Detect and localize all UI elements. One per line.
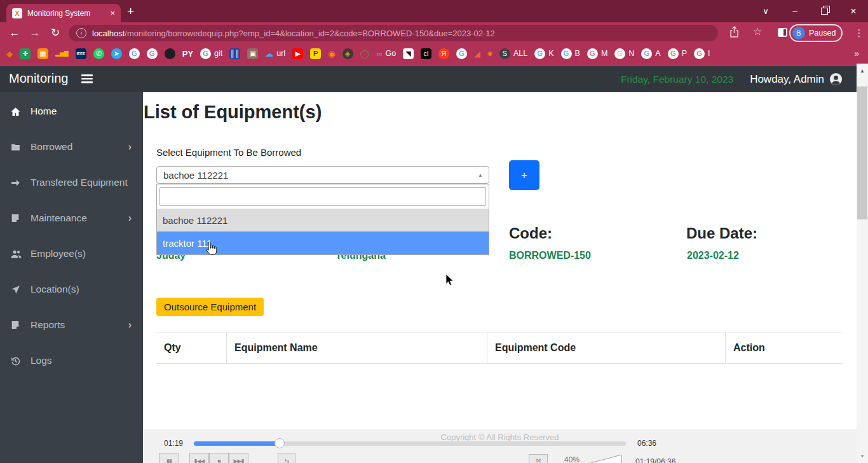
bookmark-item[interactable]: ▣ <box>247 48 258 59</box>
bookmark-item[interactable]: ◉ <box>487 48 492 59</box>
subtitles-button[interactable]: txt <box>529 454 548 463</box>
sidebar-item-location-s[interactable]: Location(s) <box>0 272 143 307</box>
share-icon[interactable] <box>729 25 740 42</box>
bookmark-item[interactable]: ◈ <box>342 48 353 59</box>
bookmark-item[interactable]: ◢ <box>474 48 480 59</box>
app-brand[interactable]: Monitoring <box>9 71 68 86</box>
progress-thumb[interactable] <box>275 438 285 448</box>
bookmarks-overflow-icon[interactable]: » <box>849 43 859 64</box>
sidebar-item-reports[interactable]: Reports› <box>0 307 143 343</box>
bookmark-item[interactable]: G <box>456 48 467 59</box>
player-total-time: 06:36 <box>637 439 656 448</box>
scroll-down-icon[interactable]: ▼ <box>857 453 868 459</box>
sidebar-item-label: Employee(s) <box>31 248 86 259</box>
bookmark-item[interactable] <box>165 48 175 59</box>
bookmark-item[interactable]: ∞Go <box>376 48 396 59</box>
bookmark-item[interactable]: SALL <box>499 48 527 59</box>
bookmark-item[interactable]: ➤ <box>111 48 122 59</box>
bookmark-item[interactable]: Ggit <box>200 48 222 59</box>
github-icon <box>165 48 175 59</box>
page-scrollbar[interactable]: ▲ ▼ <box>857 64 868 463</box>
bookmark-item[interactable]: ▶ <box>292 48 303 59</box>
bookmark-item[interactable]: ✚ <box>20 48 31 59</box>
sidebar-item-employee-s[interactable]: Employee(s) <box>0 236 143 272</box>
restore-button[interactable] <box>810 0 839 22</box>
bookmark-item[interactable]: cl <box>421 48 431 59</box>
next-button[interactable]: ▶▶▮ <box>229 453 248 463</box>
stop-button[interactable]: ■ <box>209 453 229 463</box>
browser-menu-icon[interactable]: ⋮ <box>850 22 868 43</box>
bookmark-item[interactable]: GK <box>534 48 553 59</box>
scrollbar-thumb[interactable] <box>857 86 867 219</box>
bookmark-item[interactable]: ◯ <box>360 48 370 59</box>
volume-wedge-icon[interactable] <box>588 454 623 463</box>
sidebar-item-home[interactable]: Home <box>0 93 143 129</box>
dropdown-option[interactable]: tracktor 111 <box>157 232 489 254</box>
sidebar-item-logs[interactable]: Logs <box>0 343 143 378</box>
profile-chip[interactable]: B Paused <box>789 24 843 42</box>
youtube-icon: ▶ <box>292 48 303 59</box>
bookmark-item[interactable]: GN <box>614 48 634 59</box>
bookmark-item[interactable]: ▂▅▇ <box>55 48 69 59</box>
tab-close-icon[interactable]: × <box>110 8 115 18</box>
bookmark-item[interactable]: ◉ <box>328 48 335 59</box>
equipment-select[interactable]: bachoe 112221 ▲ <box>156 166 489 184</box>
bookmark-item[interactable]: G <box>147 48 158 59</box>
eagle-icon: ◥ <box>403 48 414 59</box>
bookmark-item[interactable]: Я <box>438 48 449 59</box>
browser-tab[interactable]: X Monitoring System × <box>6 4 121 22</box>
bookmark-item[interactable]: GB <box>561 48 580 59</box>
player-progress-bar[interactable] <box>194 441 626 446</box>
pause-button[interactable]: ▮▮ <box>159 453 179 463</box>
bookmark-item[interactable]: IEEE <box>76 48 86 59</box>
back-button[interactable]: ← <box>5 22 24 43</box>
bookmark-item[interactable]: GI <box>694 48 710 59</box>
previous-button[interactable]: ▮◀◀ <box>189 453 209 463</box>
forward-button[interactable]: → <box>25 22 44 43</box>
bookmark-item[interactable]: ☁url <box>265 48 285 59</box>
bookmark-item[interactable]: ║║ <box>229 48 240 59</box>
outsource-equipment-button[interactable]: Outsource Equipment <box>156 298 264 316</box>
user-greeting[interactable]: Howday, Admin <box>750 73 843 86</box>
hamburger-menu-icon[interactable] <box>81 74 93 85</box>
dropdown-search-input[interactable] <box>159 187 486 206</box>
bookmark-label: N <box>628 49 634 58</box>
bookmark-item[interactable]: ✆ <box>93 48 104 59</box>
ring-icon: ◯ <box>360 48 370 59</box>
url-bar[interactable]: i localhost/monitoring/borrowedequip.php… <box>69 25 718 41</box>
window-controls: ∨ – × <box>751 0 868 22</box>
page-title: List of Equipment(s) <box>144 102 322 123</box>
sidebar-item-transfered-equipment[interactable]: Transfered Equipment <box>0 165 143 200</box>
bookmark-item[interactable]: GM <box>587 48 607 59</box>
bookmark-item[interactable]: ▦ <box>37 48 48 59</box>
scroll-up-icon[interactable]: ▲ <box>857 68 868 74</box>
close-window-button[interactable]: × <box>839 0 868 22</box>
new-tab-button[interactable]: + <box>127 4 134 18</box>
sidebar-item-maintenance[interactable]: Maintenance› <box>0 200 143 236</box>
bookmark-item[interactable]: ◥ <box>403 48 414 59</box>
bookmark-item[interactable]: GA <box>641 48 660 59</box>
frame-step-button[interactable]: ⇆ <box>278 453 295 463</box>
bookmark-item[interactable]: ◆ <box>6 48 13 59</box>
side-panel-icon[interactable] <box>778 28 787 37</box>
refresh-button[interactable]: ↻ <box>46 22 65 43</box>
bookmark-item[interactable]: GP <box>668 48 687 59</box>
equipment-dropdown-options: bachoe 112221tracktor 111 <box>157 209 489 254</box>
bookmark-label: M <box>601 49 607 58</box>
ieee-icon: IEEE <box>76 48 86 59</box>
bookmark-item[interactable]: PY <box>182 48 193 59</box>
minimize-button[interactable]: – <box>780 0 810 22</box>
site-info-icon[interactable]: i <box>76 28 86 38</box>
dropdown-option[interactable]: bachoe 112221 <box>157 209 489 232</box>
bookmark-star-icon[interactable]: ☆ <box>753 25 762 38</box>
bookmark-item[interactable]: G <box>129 48 140 59</box>
add-equipment-button[interactable]: + <box>509 160 539 190</box>
grid-icon: ▦ <box>37 48 48 59</box>
eye-icon: ◉ <box>487 48 492 59</box>
tab-search-icon[interactable]: ∨ <box>751 0 780 22</box>
bookmark-item[interactable]: P <box>310 48 321 59</box>
sidebar-item-borrowed[interactable]: Borrowed› <box>0 129 143 165</box>
xampp-favicon-icon: X <box>12 8 22 18</box>
profile-status: Paused <box>809 29 836 38</box>
sidebar-item-label: Logs <box>31 355 52 366</box>
